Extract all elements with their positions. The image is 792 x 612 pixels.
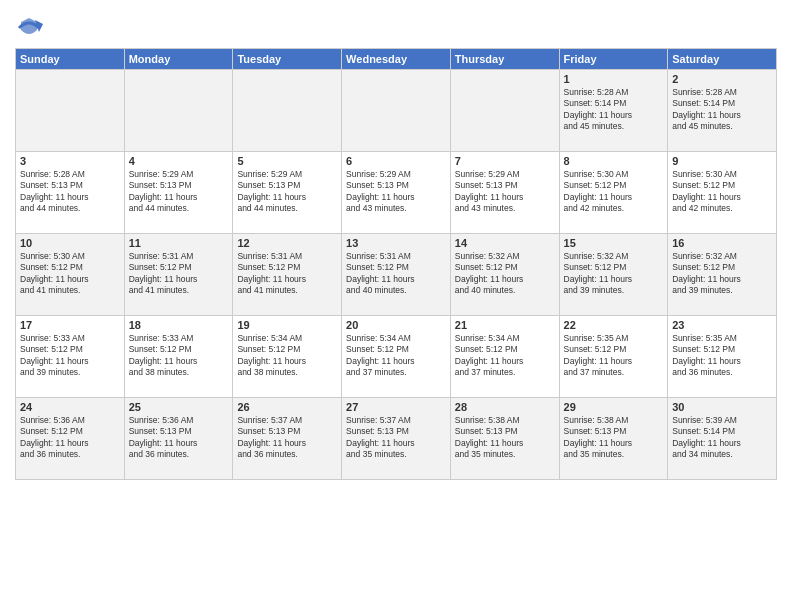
weekday-header: Sunday — [16, 49, 125, 70]
day-info: Sunrise: 5:34 AM Sunset: 5:12 PM Dayligh… — [237, 333, 337, 379]
calendar-cell: 22Sunrise: 5:35 AM Sunset: 5:12 PM Dayli… — [559, 316, 668, 398]
calendar-cell: 14Sunrise: 5:32 AM Sunset: 5:12 PM Dayli… — [450, 234, 559, 316]
calendar-table: SundayMondayTuesdayWednesdayThursdayFrid… — [15, 48, 777, 480]
day-info: Sunrise: 5:38 AM Sunset: 5:13 PM Dayligh… — [455, 415, 555, 461]
day-number: 24 — [20, 401, 120, 413]
calendar-cell: 1Sunrise: 5:28 AM Sunset: 5:14 PM Daylig… — [559, 70, 668, 152]
calendar-cell — [16, 70, 125, 152]
day-info: Sunrise: 5:30 AM Sunset: 5:12 PM Dayligh… — [20, 251, 120, 297]
day-number: 4 — [129, 155, 229, 167]
calendar-week-row: 17Sunrise: 5:33 AM Sunset: 5:12 PM Dayli… — [16, 316, 777, 398]
calendar-cell: 6Sunrise: 5:29 AM Sunset: 5:13 PM Daylig… — [342, 152, 451, 234]
day-info: Sunrise: 5:32 AM Sunset: 5:12 PM Dayligh… — [455, 251, 555, 297]
day-info: Sunrise: 5:38 AM Sunset: 5:13 PM Dayligh… — [564, 415, 664, 461]
day-number: 17 — [20, 319, 120, 331]
calendar-cell: 26Sunrise: 5:37 AM Sunset: 5:13 PM Dayli… — [233, 398, 342, 480]
day-info: Sunrise: 5:29 AM Sunset: 5:13 PM Dayligh… — [346, 169, 446, 215]
day-number: 25 — [129, 401, 229, 413]
calendar-cell: 20Sunrise: 5:34 AM Sunset: 5:12 PM Dayli… — [342, 316, 451, 398]
day-info: Sunrise: 5:37 AM Sunset: 5:13 PM Dayligh… — [346, 415, 446, 461]
calendar-cell: 5Sunrise: 5:29 AM Sunset: 5:13 PM Daylig… — [233, 152, 342, 234]
calendar-week-row: 10Sunrise: 5:30 AM Sunset: 5:12 PM Dayli… — [16, 234, 777, 316]
day-info: Sunrise: 5:31 AM Sunset: 5:12 PM Dayligh… — [237, 251, 337, 297]
weekday-header: Monday — [124, 49, 233, 70]
day-number: 3 — [20, 155, 120, 167]
day-info: Sunrise: 5:34 AM Sunset: 5:12 PM Dayligh… — [455, 333, 555, 379]
day-info: Sunrise: 5:32 AM Sunset: 5:12 PM Dayligh… — [564, 251, 664, 297]
weekday-header: Friday — [559, 49, 668, 70]
calendar-cell: 10Sunrise: 5:30 AM Sunset: 5:12 PM Dayli… — [16, 234, 125, 316]
calendar-container: SundayMondayTuesdayWednesdayThursdayFrid… — [0, 0, 792, 612]
calendar-cell — [124, 70, 233, 152]
day-number: 20 — [346, 319, 446, 331]
day-number: 9 — [672, 155, 772, 167]
day-number: 22 — [564, 319, 664, 331]
day-info: Sunrise: 5:33 AM Sunset: 5:12 PM Dayligh… — [129, 333, 229, 379]
day-info: Sunrise: 5:36 AM Sunset: 5:12 PM Dayligh… — [20, 415, 120, 461]
day-number: 23 — [672, 319, 772, 331]
day-number: 30 — [672, 401, 772, 413]
day-number: 10 — [20, 237, 120, 249]
calendar-cell — [342, 70, 451, 152]
calendar-cell: 24Sunrise: 5:36 AM Sunset: 5:12 PM Dayli… — [16, 398, 125, 480]
day-number: 18 — [129, 319, 229, 331]
day-info: Sunrise: 5:30 AM Sunset: 5:12 PM Dayligh… — [672, 169, 772, 215]
day-info: Sunrise: 5:35 AM Sunset: 5:12 PM Dayligh… — [564, 333, 664, 379]
calendar-week-row: 24Sunrise: 5:36 AM Sunset: 5:12 PM Dayli… — [16, 398, 777, 480]
calendar-cell: 12Sunrise: 5:31 AM Sunset: 5:12 PM Dayli… — [233, 234, 342, 316]
calendar-cell: 23Sunrise: 5:35 AM Sunset: 5:12 PM Dayli… — [668, 316, 777, 398]
day-info: Sunrise: 5:31 AM Sunset: 5:12 PM Dayligh… — [346, 251, 446, 297]
day-number: 29 — [564, 401, 664, 413]
day-number: 21 — [455, 319, 555, 331]
weekday-header: Thursday — [450, 49, 559, 70]
logo-icon — [15, 14, 43, 42]
header-area — [15, 10, 777, 42]
day-info: Sunrise: 5:32 AM Sunset: 5:12 PM Dayligh… — [672, 251, 772, 297]
day-number: 15 — [564, 237, 664, 249]
day-info: Sunrise: 5:29 AM Sunset: 5:13 PM Dayligh… — [455, 169, 555, 215]
day-number: 2 — [672, 73, 772, 85]
day-number: 27 — [346, 401, 446, 413]
day-info: Sunrise: 5:29 AM Sunset: 5:13 PM Dayligh… — [129, 169, 229, 215]
calendar-cell: 4Sunrise: 5:29 AM Sunset: 5:13 PM Daylig… — [124, 152, 233, 234]
day-number: 7 — [455, 155, 555, 167]
calendar-cell: 19Sunrise: 5:34 AM Sunset: 5:12 PM Dayli… — [233, 316, 342, 398]
calendar-cell: 7Sunrise: 5:29 AM Sunset: 5:13 PM Daylig… — [450, 152, 559, 234]
calendar-cell: 11Sunrise: 5:31 AM Sunset: 5:12 PM Dayli… — [124, 234, 233, 316]
calendar-cell: 9Sunrise: 5:30 AM Sunset: 5:12 PM Daylig… — [668, 152, 777, 234]
day-info: Sunrise: 5:28 AM Sunset: 5:13 PM Dayligh… — [20, 169, 120, 215]
calendar-cell: 15Sunrise: 5:32 AM Sunset: 5:12 PM Dayli… — [559, 234, 668, 316]
weekday-header: Wednesday — [342, 49, 451, 70]
calendar-cell: 17Sunrise: 5:33 AM Sunset: 5:12 PM Dayli… — [16, 316, 125, 398]
day-number: 19 — [237, 319, 337, 331]
day-number: 26 — [237, 401, 337, 413]
weekday-header: Tuesday — [233, 49, 342, 70]
calendar-cell: 21Sunrise: 5:34 AM Sunset: 5:12 PM Dayli… — [450, 316, 559, 398]
calendar-cell: 18Sunrise: 5:33 AM Sunset: 5:12 PM Dayli… — [124, 316, 233, 398]
weekday-header-row: SundayMondayTuesdayWednesdayThursdayFrid… — [16, 49, 777, 70]
day-info: Sunrise: 5:34 AM Sunset: 5:12 PM Dayligh… — [346, 333, 446, 379]
calendar-cell: 25Sunrise: 5:36 AM Sunset: 5:13 PM Dayli… — [124, 398, 233, 480]
day-info: Sunrise: 5:28 AM Sunset: 5:14 PM Dayligh… — [672, 87, 772, 133]
calendar-cell — [450, 70, 559, 152]
calendar-cell: 27Sunrise: 5:37 AM Sunset: 5:13 PM Dayli… — [342, 398, 451, 480]
calendar-cell — [233, 70, 342, 152]
day-info: Sunrise: 5:30 AM Sunset: 5:12 PM Dayligh… — [564, 169, 664, 215]
day-number: 16 — [672, 237, 772, 249]
calendar-cell: 28Sunrise: 5:38 AM Sunset: 5:13 PM Dayli… — [450, 398, 559, 480]
day-info: Sunrise: 5:31 AM Sunset: 5:12 PM Dayligh… — [129, 251, 229, 297]
day-number: 1 — [564, 73, 664, 85]
calendar-cell: 13Sunrise: 5:31 AM Sunset: 5:12 PM Dayli… — [342, 234, 451, 316]
day-info: Sunrise: 5:33 AM Sunset: 5:12 PM Dayligh… — [20, 333, 120, 379]
calendar-cell: 29Sunrise: 5:38 AM Sunset: 5:13 PM Dayli… — [559, 398, 668, 480]
calendar-cell: 3Sunrise: 5:28 AM Sunset: 5:13 PM Daylig… — [16, 152, 125, 234]
calendar-cell: 8Sunrise: 5:30 AM Sunset: 5:12 PM Daylig… — [559, 152, 668, 234]
day-number: 6 — [346, 155, 446, 167]
day-info: Sunrise: 5:29 AM Sunset: 5:13 PM Dayligh… — [237, 169, 337, 215]
day-info: Sunrise: 5:36 AM Sunset: 5:13 PM Dayligh… — [129, 415, 229, 461]
calendar-week-row: 3Sunrise: 5:28 AM Sunset: 5:13 PM Daylig… — [16, 152, 777, 234]
weekday-header: Saturday — [668, 49, 777, 70]
day-number: 5 — [237, 155, 337, 167]
day-number: 12 — [237, 237, 337, 249]
day-number: 8 — [564, 155, 664, 167]
